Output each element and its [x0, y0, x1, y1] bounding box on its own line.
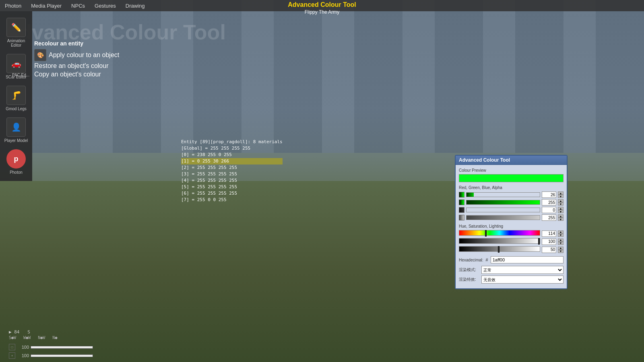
gmod-legs-icon: 🦵: [6, 86, 26, 105]
red-decrement[interactable]: ▼: [558, 195, 564, 198]
green-value-input[interactable]: [542, 199, 556, 206]
sat-increment[interactable]: ▲: [558, 239, 564, 242]
render-effect-select[interactable]: 无音效: [481, 276, 564, 284]
speed-text: ▶ 84 S: [9, 329, 30, 335]
menu-npcs[interactable]: NPCs: [66, 3, 90, 9]
tool-action-restore[interactable]: Restore an object's colour: [34, 62, 119, 70]
red-increment[interactable]: ▲: [558, 191, 564, 195]
sidebar-item-gmod-legs[interactable]: 🦵 Gmod Legs: [0, 82, 32, 114]
blue-value-input[interactable]: [542, 207, 556, 213]
photon-icon: p: [6, 149, 26, 169]
apply-colour-label: Apply colour to an object: [49, 51, 119, 59]
lit-row: ▲ ▼: [459, 246, 564, 253]
compass-text: S●W W●W N●W N●: [9, 335, 57, 340]
green-slider-fill: [466, 200, 540, 204]
hex-row: Hexadecimal: #: [459, 256, 564, 263]
top-center-info: Advanced Colour Tool Flippy The Army: [288, 0, 356, 15]
blue-spinner[interactable]: ▲ ▼: [558, 207, 564, 213]
lit-increment[interactable]: ▲: [558, 247, 564, 250]
sidebar-item-animation-editor[interactable]: ✏️ Animation Editor: [0, 14, 32, 51]
blue-slider-track[interactable]: [466, 208, 540, 212]
alpha-increment[interactable]: ▲: [558, 214, 564, 218]
hue-track[interactable]: [459, 230, 540, 236]
sidebar-item-scar-editor[interactable]: 🚗 SCar Editor: [0, 51, 32, 82]
red-slider-track[interactable]: [466, 192, 540, 197]
sidebar-label-photon: Photon: [10, 170, 23, 175]
alpha-decrement[interactable]: ▼: [558, 218, 564, 221]
sidebar-item-photon[interactable]: p Photon: [0, 146, 32, 178]
sat-track[interactable]: [459, 238, 540, 244]
tool-action-copy[interactable]: Copy an object's colour: [34, 71, 119, 78]
tool-title: Advanced Colour Tool: [288, 1, 356, 9]
render-effect-label: 渲染特效:: [459, 277, 479, 282]
scar-editor-icon: 🚗: [6, 54, 26, 73]
red-value-input[interactable]: [542, 191, 556, 198]
player-model-icon: 👤: [6, 117, 26, 137]
green-increment[interactable]: ▲: [558, 199, 564, 202]
menu-photon[interactable]: Photon: [0, 3, 26, 9]
colour-panel-title: Advanced Colour Tool: [456, 156, 567, 165]
bottom-hud: □ 100 + 100: [9, 344, 93, 359]
red-spinner[interactable]: ▲ ▼: [558, 191, 564, 198]
green-decrement[interactable]: ▼: [558, 202, 564, 206]
tool-description-panel: Recolour an entity 🎨 Apply colour to an …: [34, 40, 119, 79]
alpha-slider-fill: [466, 216, 540, 220]
hsl-label: Hue, Saturation, Lighting: [459, 224, 564, 228]
red-indicator: [459, 192, 464, 197]
entity-mat-6: [6] = 255 255 255 255: [181, 190, 283, 197]
entity-header: Entity [89][prop_ragdoll]: 8 materials: [181, 139, 283, 145]
entity-mat-7: [7] = 255 0 0 255: [181, 197, 283, 203]
render-mode-select[interactable]: 正常: [481, 266, 564, 274]
tool-action-apply[interactable]: 🎨 Apply colour to an object: [34, 49, 119, 61]
copy-colour-label: Copy an object's colour: [34, 71, 101, 78]
entity-mat-2: [2] = 255 255 255 255: [181, 165, 283, 171]
render-mode-row: 渲染模式: 正常: [459, 266, 564, 274]
alpha-indicator: [459, 215, 464, 220]
rgba-green-row: ▲ ▼: [459, 199, 564, 206]
hue-spinner[interactable]: ▲ ▼: [558, 230, 564, 237]
entity-global: [Global] = 255 255 255 255: [181, 145, 283, 152]
pac-editor-label: PAC Ed...: [12, 73, 29, 77]
lit-track[interactable]: [459, 246, 540, 252]
lit-value-input[interactable]: [542, 247, 556, 253]
menu-gestures[interactable]: Gestures: [90, 3, 121, 9]
hex-input[interactable]: [491, 256, 564, 263]
menu-media-player[interactable]: Media Player: [26, 3, 66, 9]
hue-increment[interactable]: ▲: [558, 230, 564, 234]
alpha-spinner[interactable]: ▲ ▼: [558, 214, 564, 221]
hex-hash: #: [486, 257, 488, 262]
green-slider-track[interactable]: [466, 200, 540, 205]
sat-value-input[interactable]: [542, 239, 556, 245]
sidebar-item-player-model[interactable]: 👤 Player Model: [0, 114, 32, 146]
red-slider-fill: [466, 193, 474, 197]
green-spinner[interactable]: ▲ ▼: [558, 199, 564, 206]
sat-decrement[interactable]: ▼: [558, 242, 564, 245]
entity-mat-0: [0] = 238 255 0 255: [181, 152, 283, 158]
hud-bar-armor: + 100: [9, 352, 93, 359]
health-bar-fill: [31, 346, 93, 348]
menu-drawing[interactable]: Drawing: [121, 3, 150, 9]
apply-colour-icon: 🎨: [34, 49, 46, 61]
alpha-value-input[interactable]: [542, 214, 556, 221]
colour-preview-label: Colour Preview: [459, 168, 564, 173]
lit-decrement[interactable]: ▼: [558, 250, 564, 253]
hue-value-input[interactable]: [542, 230, 556, 237]
green-indicator: [459, 200, 464, 205]
blue-increment[interactable]: ▲: [558, 207, 564, 210]
left-sidebar: ✏️ Animation Editor 🚗 SCar Editor 🦵 Gmod…: [0, 11, 32, 181]
restore-colour-label: Restore an object's colour: [34, 62, 108, 70]
lit-spinner[interactable]: ▲ ▼: [558, 247, 564, 253]
entity-mat-3: [3] = 255 255 255 255: [181, 171, 283, 177]
hex-label: Hexadecimal:: [459, 258, 483, 262]
entity-mat-5: [5] = 255 255 255 255: [181, 184, 283, 190]
blue-decrement[interactable]: ▼: [558, 210, 564, 213]
alpha-slider-track[interactable]: [466, 215, 540, 220]
hsl-section: Hue, Saturation, Lighting ▲ ▼: [459, 224, 564, 253]
rgba-alpha-row: ▲ ▼: [459, 214, 564, 221]
sat-row: ▲ ▼: [459, 238, 564, 245]
rgba-blue-row: ▲ ▼: [459, 207, 564, 213]
entity-mat-1: [1] = 0 255 30 266: [181, 158, 283, 165]
hue-decrement[interactable]: ▼: [558, 234, 564, 237]
armor-icon: +: [9, 352, 15, 359]
sat-spinner[interactable]: ▲ ▼: [558, 239, 564, 245]
